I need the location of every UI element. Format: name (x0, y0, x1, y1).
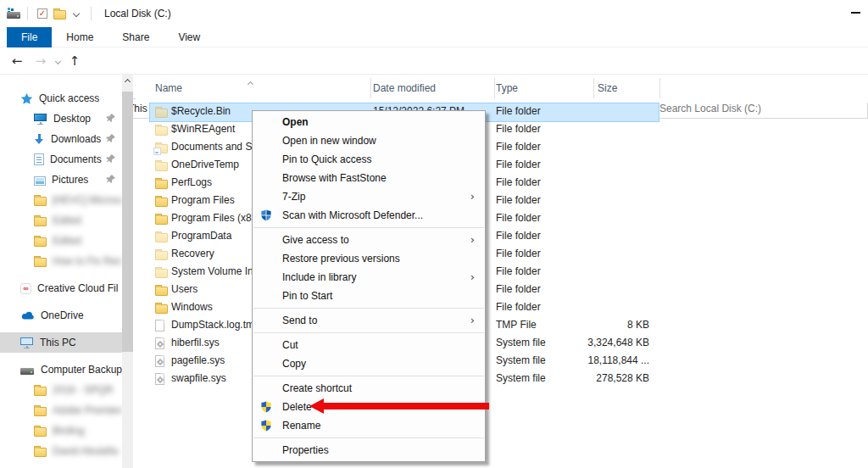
sidebar-item-hevc-microsoft[interactable]: [HEVC] Microsoft (0, 190, 122, 210)
menu-item-rename[interactable]: Rename (253, 416, 485, 435)
sidebar-item-documents[interactable]: Documents (0, 149, 122, 170)
file-row-hiberfil-sys[interactable]: hiberfil.sys System file 3,324,648 KB (136, 334, 868, 352)
sidebar-scrollbar[interactable] (122, 75, 133, 468)
menu-item-give-access-to[interactable]: Give access to › (253, 231, 485, 249)
sidebar-item-how-to-fix-recy[interactable]: How to Fix Recy (0, 251, 122, 271)
scroll-up-button[interactable] (122, 75, 133, 88)
submenu-arrow-icon: › (470, 268, 475, 287)
file-row-program-files[interactable]: Program Files File folder (136, 192, 868, 209)
file-row-program-files-x86[interactable]: Program Files (x86) File folder (136, 209, 868, 227)
sidebar-item-label: Adobe Premiere (53, 404, 122, 416)
hidden-folder-icon (155, 162, 168, 171)
menu-item-copy[interactable]: Copy (253, 354, 485, 373)
recent-locations-button[interactable] (51, 51, 64, 71)
properties-quick-button[interactable]: ✓ (34, 4, 51, 23)
hidden-folder-icon (155, 269, 168, 278)
file-row-windows[interactable]: Windows File folder (136, 298, 868, 316)
sidebar-item-2016-spqr[interactable]: 2016 - SPQR (0, 380, 122, 400)
sidebar-item-edited[interactable]: Edited (0, 210, 122, 231)
menu-item-pin-to-quick-access[interactable]: Pin to Quick access (253, 150, 485, 169)
onedrive-icon (20, 311, 35, 320)
file-row-system-volume-information[interactable]: System Volume Information File folder (136, 263, 868, 281)
menu-item-label: Create shortcut (282, 382, 352, 394)
up-button[interactable]: ↑ (64, 51, 85, 71)
file-name: OneDriveTemp (171, 156, 239, 174)
column-divider[interactable] (659, 78, 660, 98)
column-header-size[interactable]: Size (598, 82, 617, 94)
file-row-users[interactable]: Users File folder (136, 281, 868, 298)
menu-item-browse-with-faststone[interactable]: Browse with FastStone (253, 169, 485, 187)
minimize-button[interactable] (851, 12, 860, 14)
file-row-recycle-bin[interactable]: $Recycle.Bin 15/12/2022 6:27 PM File fol… (136, 103, 868, 120)
file-row-recovery[interactable]: Recovery File folder (136, 245, 868, 263)
file-name: Users (171, 281, 198, 298)
menu-item-open-in-new-window[interactable]: Open in new window (253, 131, 485, 150)
pin-icon (106, 154, 115, 164)
pin-icon (106, 134, 115, 143)
folder-icon (155, 215, 168, 225)
file-row-documents-and-settings[interactable]: Documents and Settings File folder (136, 138, 868, 156)
sidebar-item-edited[interactable]: Edited (0, 231, 122, 251)
navigation-pane: Quick access Desktop Downloads Documents… (0, 75, 122, 468)
menu-item-create-shortcut[interactable]: Create shortcut (253, 379, 485, 398)
sidebar-item-computer-backup[interactable]: Computer Backup (0, 359, 122, 380)
sidebar-item-quick-access[interactable]: Quick access (0, 88, 122, 109)
hidden-folder-icon (155, 233, 168, 242)
file-row-programdata[interactable]: ProgramData File folder (136, 227, 868, 245)
menu-item-label: Pin to Quick access (282, 153, 371, 165)
file-row-onedrivetemp[interactable]: OneDriveTemp File folder (136, 156, 868, 174)
back-button[interactable]: ← (7, 51, 27, 71)
menu-item-label: Scan with Microsoft Defender... (282, 209, 423, 221)
sidebar-item-adobe-premiere[interactable]: Adobe Premiere (0, 400, 122, 421)
sidebar-item-onedrive[interactable]: OneDrive (0, 305, 122, 326)
menu-item-scan-with-microsoft-defender[interactable]: Scan with Microsoft Defender... (253, 206, 485, 225)
menu-item-restore-previous-versions[interactable]: Restore previous versions (253, 249, 485, 268)
customize-toolbar-button[interactable] (68, 4, 85, 23)
sidebar-item-downloads[interactable]: Downloads (0, 129, 122, 149)
folder-icon (53, 10, 66, 20)
menu-item-properties[interactable]: Properties (253, 441, 485, 460)
file-row-perflogs[interactable]: PerfLogs File folder (136, 174, 868, 192)
sidebar-item-label: Pictures (52, 174, 88, 186)
tab-share[interactable]: Share (108, 27, 164, 47)
column-divider[interactable] (494, 78, 495, 98)
menu-item-include-in-library[interactable]: Include in library › (253, 268, 485, 287)
file-row-winreagent[interactable]: $WinREAgent File folder (136, 120, 868, 138)
sidebar-item-david-abulafia[interactable]: David Abulafia - (0, 441, 122, 461)
file-row-dumpstack-log-tmp[interactable]: DumpStack.log.tmp TMP File 8 KB (136, 316, 868, 334)
file-row-swapfile-sys[interactable]: swapfile.sys System file 278,528 KB (136, 370, 868, 387)
sidebar-item-label: David Abulafia - (53, 445, 122, 457)
column-header-name[interactable]: Name (155, 82, 182, 94)
menu-item-cut[interactable]: Cut (253, 336, 485, 354)
menu-item-7-zip[interactable]: 7-Zip › (253, 187, 485, 206)
tab-home[interactable]: Home (52, 27, 108, 47)
sidebar-item-birding[interactable]: Birding (0, 421, 122, 441)
menu-item-open[interactable]: Open (253, 113, 485, 131)
column-divider[interactable] (593, 78, 594, 98)
sidebar-item-desktop[interactable]: Desktop (0, 109, 122, 129)
sidebar-item-pictures[interactable]: Pictures (0, 170, 122, 190)
menu-item-label: Browse with FastStone (282, 172, 387, 184)
menu-item-send-to[interactable]: Send to › (253, 311, 485, 330)
sidebar-item-creative-cloud-fil[interactable]: ∞ Creative Cloud Fil (0, 278, 122, 298)
pin-icon (106, 114, 115, 123)
menu-item-label: Copy (282, 358, 306, 370)
sidebar-item-this-pc[interactable]: This PC (0, 332, 122, 353)
menu-separator (253, 227, 484, 228)
forward-button[interactable]: → (31, 51, 51, 71)
junction-folder-icon (155, 144, 168, 153)
file-row-pagefile-sys[interactable]: pagefile.sys System file 18,118,844 ... (136, 352, 868, 370)
column-header-type[interactable]: Type (496, 82, 518, 94)
tab-file[interactable]: File (7, 27, 52, 47)
menu-item-pin-to-start[interactable]: Pin to Start (253, 287, 485, 305)
folder-icon (34, 427, 47, 437)
sidebar-item-label: Downloads (51, 133, 101, 145)
column-header-date-modified[interactable]: Date modified (373, 82, 436, 94)
column-divider[interactable] (370, 78, 371, 98)
file-size (534, 281, 649, 298)
new-folder-quick-button[interactable] (51, 4, 68, 23)
tab-view[interactable]: View (164, 27, 214, 47)
scrollbar-thumb[interactable] (122, 92, 133, 352)
file-list: $Recycle.Bin 15/12/2022 6:27 PM File fol… (136, 103, 868, 387)
downloads-icon (34, 134, 45, 145)
